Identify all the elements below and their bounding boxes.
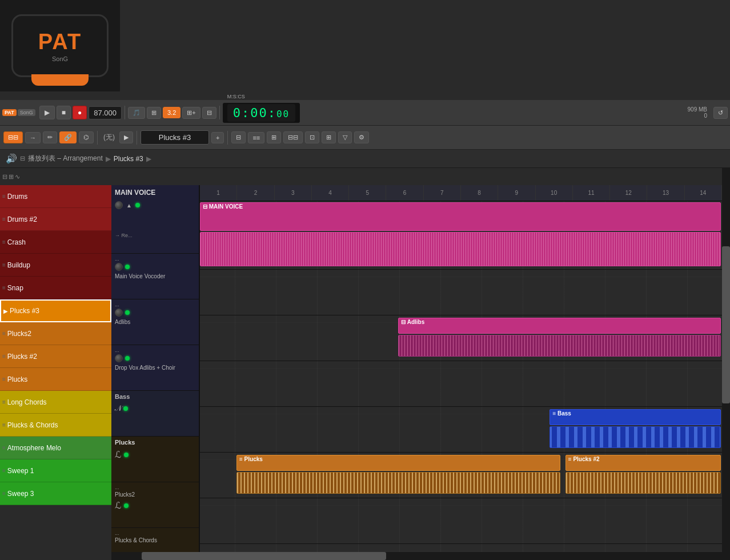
none-label: (无) — [101, 133, 117, 142]
h-scroll-thumb[interactable] — [142, 552, 386, 560]
record-button[interactable]: ● — [73, 106, 87, 119]
channel-name[interactable]: Plucks #3 — [141, 130, 209, 145]
stop-button[interactable]: ■ — [57, 106, 71, 119]
track-sweep3[interactable]: ≡ Sweep 3 — [0, 482, 111, 505]
ch-plucks2-strip: ... Plucks2 ℒ — [111, 482, 199, 528]
track-buildup[interactable]: ≡ Buildup — [0, 254, 111, 277]
track-atmosphere[interactable]: ≡ Atmosphere Melo — [0, 437, 111, 459]
block-adlibs-label: ⊟ Adlibs — [399, 318, 720, 326]
ch-vocoder-name: Main Voice Vocoder — [115, 273, 195, 279]
song-label: SonG — [52, 55, 68, 62]
separator-1 — [125, 106, 125, 119]
channel-settings-3[interactable]: ⊞ — [267, 131, 281, 143]
pat-logo-area: PAT SonG — [0, 0, 120, 91]
mixer-view-btn[interactable]: ⊟⊟ — [3, 131, 23, 143]
song-mode-btn[interactable]: SonG — [18, 109, 35, 116]
track-long-chords[interactable]: ≡ Long Chords — [0, 391, 111, 414]
horizontal-scrollbar[interactable] — [111, 552, 722, 560]
block-main-voice-header[interactable]: ⊟ MAIN VOICE — [200, 202, 721, 231]
knob-vocoder[interactable] — [115, 263, 123, 271]
channel-settings-2[interactable]: ≡≡ — [248, 132, 264, 143]
plucks2-pattern[interactable] — [565, 472, 721, 494]
channel-settings-6[interactable]: ⊞ — [322, 131, 336, 143]
block-plucks[interactable]: ≡ Plucks — [236, 455, 560, 471]
track-sweep1[interactable]: ≡ Sweep 1 — [0, 459, 111, 482]
add-channel-btn[interactable]: + — [211, 132, 224, 143]
track-name-buildup: Buildup — [7, 261, 108, 269]
track-plucks[interactable]: ≡ Plucks — [0, 368, 111, 391]
step-size-btn[interactable]: 3.2 — [163, 107, 181, 118]
track-name-sweep3: Sweep 3 — [7, 490, 108, 498]
breadcrumb-current: Plucks #3 — [114, 155, 143, 163]
arrange-curve[interactable]: ∿ — [15, 173, 20, 181]
knob-main-voice[interactable] — [115, 201, 123, 209]
knob-drop-vox[interactable] — [115, 354, 123, 362]
play-button[interactable]: ▶ — [39, 106, 55, 119]
arrange-toggle[interactable]: ⊟ — [2, 173, 7, 181]
block-adlibs[interactable]: ⊟ Adlibs — [398, 318, 721, 334]
pattern-btn[interactable]: ⊟ — [202, 107, 216, 119]
led-vocoder — [125, 265, 130, 269]
arrange-move[interactable]: ⊞ — [9, 173, 14, 181]
channel-settings-5[interactable]: ⊡ — [305, 131, 319, 143]
refresh-btn[interactable]: ↺ — [713, 107, 728, 119]
track-name-sweep1: Sweep 1 — [7, 467, 108, 475]
timeline-num-3: 3 — [275, 185, 312, 201]
arrow-tool[interactable]: → — [25, 132, 41, 143]
track-arrow-crash: ≡ — [2, 239, 6, 245]
waveform-adlibs[interactable] — [398, 335, 721, 357]
track-arrow-sweep3: ≡ — [2, 490, 6, 497]
ch-plucks-name: Plucks — [115, 439, 195, 446]
bass-notes[interactable] — [549, 426, 721, 448]
plucks-pattern[interactable] — [236, 472, 560, 494]
ch-plucks2-dots: ... — [115, 485, 195, 490]
snap-btn[interactable]: ⊞ — [147, 107, 161, 119]
filter-btn[interactable]: ▽ — [338, 131, 352, 143]
row-plucks2-arr — [200, 498, 722, 544]
track-arrow-plucks2: ≡ — [2, 353, 6, 359]
track-snap[interactable]: ≡ Snap — [0, 277, 111, 299]
ch-pluckschords-dots: ... — [115, 530, 195, 536]
breadcrumb-sep-2: ▶ — [146, 155, 151, 163]
mini-toolbar: ⊟ ⊞ ∿ — [0, 168, 730, 185]
none-arrow-btn[interactable]: ▶ — [119, 131, 133, 143]
add-btn[interactable]: ⊞+ — [182, 107, 200, 119]
pencil-tool[interactable]: ✏ — [43, 131, 57, 143]
track-drums2[interactable]: ≡ Drums #2 — [0, 208, 111, 231]
track-arrow-plucks-chords: ≡ — [2, 422, 6, 428]
channel-settings-4[interactable]: ⊟⊟ — [283, 131, 303, 143]
track-plucks-chords[interactable]: ≡ Plucks & Chords — [0, 414, 111, 437]
channel-settings-1[interactable]: ⊟ — [231, 131, 246, 143]
separator-5 — [227, 131, 228, 145]
track-name-drums: Drums — [7, 193, 108, 201]
pat-mode-btn[interactable]: PAT — [2, 109, 17, 116]
track-plucks2-list[interactable]: ≡ Plucks2 — [0, 322, 111, 345]
knob-adlibs[interactable] — [115, 309, 123, 317]
track-crash[interactable]: ≡ Crash — [0, 231, 111, 254]
track-plucks2[interactable]: ≡ Plucks #2 — [0, 345, 111, 368]
ch-dropvox-dots: ... — [115, 347, 195, 353]
track-arrow-snap: ≡ — [2, 285, 6, 291]
timeline-num-4: 4 — [312, 185, 349, 201]
stamp-tool[interactable]: ⌬ — [79, 131, 94, 143]
bpm-display[interactable]: 87.000 — [89, 106, 122, 119]
pat-badge[interactable]: PAT SonG — [11, 14, 109, 77]
block-bass[interactable]: ≡ Bass — [549, 409, 721, 425]
arrange-scroll[interactable]: MAIN VOICE ▲ → Re... ... Main Voice Voco… — [111, 185, 722, 552]
separator-3 — [97, 131, 98, 145]
waveform-main-voice[interactable] — [200, 232, 721, 266]
block-plucks2-arr[interactable]: ≡ Plucks #2 — [565, 455, 721, 471]
timeline-num-6: 6 — [386, 185, 423, 201]
track-arrow-plucks3: ▶ — [3, 308, 8, 314]
ch-bass-name: Bass — [115, 393, 195, 400]
link-tool[interactable]: 🔗 — [59, 131, 77, 143]
v-scroll-thumb[interactable] — [722, 246, 730, 403]
tool-btn[interactable]: ⚙ — [354, 131, 369, 143]
breadcrumb-icon-2: ⊟ — [20, 155, 25, 162]
track-plucks3[interactable]: ▶ Plucks #3 — [0, 299, 111, 322]
timeline-num-2: 2 — [237, 185, 274, 201]
vertical-scrollbar[interactable] — [722, 168, 730, 560]
breadcrumb-path[interactable]: 播放列表 – Arrangement — [28, 154, 103, 163]
track-drums[interactable]: ≡ Drums — [0, 185, 111, 208]
metronome-btn[interactable]: 🎵 — [128, 107, 145, 119]
